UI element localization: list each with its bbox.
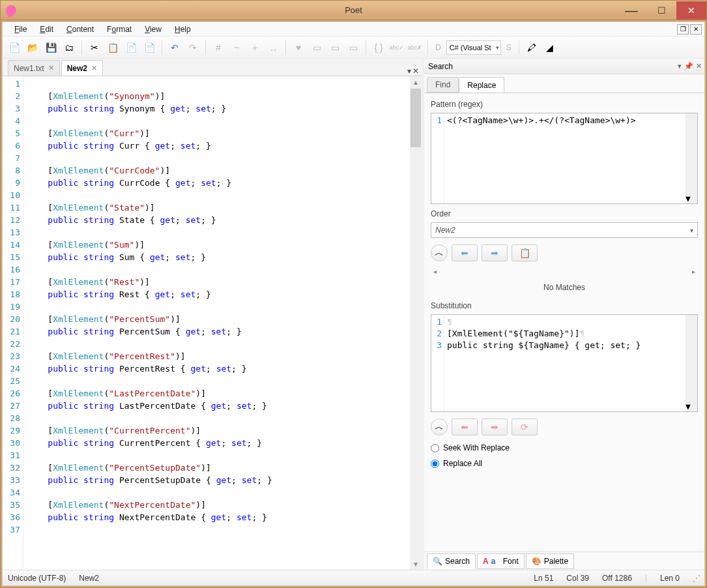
open-file-icon[interactable]: 📂 <box>25 40 40 55</box>
search-panel: Search ▾ 📌 ✕ Find Replace Pattern (regex… <box>424 59 704 570</box>
minimize-button[interactable]: — <box>616 1 646 20</box>
editor-pane: New1.txt✕ New2✕ ▾ ✕ 12345678910111213141… <box>3 59 424 570</box>
tab-find[interactable]: Find <box>427 77 459 93</box>
save-icon[interactable]: 💾 <box>43 40 59 55</box>
panel-close-icon[interactable]: ✕ <box>696 62 702 70</box>
pattern-input[interactable]: 1 <(?<TagName>\w+)>.+</(?<TagName>\w+)> … <box>431 113 698 204</box>
status-len: Len 0 <box>660 574 680 583</box>
list-matches-button[interactable]: 📋 <box>512 244 538 261</box>
panel-menu-icon[interactable]: ▾ <box>678 62 682 70</box>
lang2-icon[interactable]: ▭ <box>327 40 343 55</box>
undo-icon[interactable]: ↶ <box>167 40 182 55</box>
palette-icon: 🎨 <box>532 557 541 566</box>
code-content[interactable]: [XmlElement("Synonym")] public string Sy… <box>23 76 410 570</box>
scroll-left-icon[interactable]: ◂ <box>433 268 437 275</box>
app-icon <box>4 3 18 18</box>
substitution-label: Substitution <box>431 301 698 310</box>
font-icon: A <box>483 557 489 566</box>
menu-file[interactable]: File <box>9 23 32 35</box>
cut-icon[interactable]: ✂ <box>87 40 102 55</box>
vertical-scrollbar[interactable]: ▲ ▼ <box>410 76 422 570</box>
close-tab-icon[interactable]: ✕ <box>48 64 54 72</box>
braces-icon[interactable]: { } <box>371 40 386 55</box>
paste-icon[interactable]: 📄 <box>123 40 139 55</box>
scroll-thumb[interactable] <box>411 89 421 147</box>
copy-icon[interactable]: 📋 <box>105 40 121 55</box>
collapse-up-button[interactable]: ︿ <box>431 244 448 261</box>
status-encoding: Unicode (UTF-8) <box>8 574 66 583</box>
window-title: Poet <box>345 5 362 15</box>
binoculars-icon: 🔍 <box>433 557 442 566</box>
dialect-prefix: D <box>433 43 444 52</box>
menu-view[interactable]: View <box>139 23 167 35</box>
bottom-tab-search[interactable]: 🔍Search <box>427 553 476 569</box>
window: Poet — ☐ ✕ File Edit Content Format View… <box>0 0 707 588</box>
scroll-up-icon[interactable]: ▲ <box>410 76 422 88</box>
replace-prev-button[interactable]: ⬅ <box>452 419 478 435</box>
maximize-button[interactable]: ☐ <box>646 1 676 20</box>
restore-icon[interactable]: ❐ <box>677 24 689 35</box>
abc-check-icon[interactable]: abc✓ <box>389 40 405 55</box>
bottom-tab-font[interactable]: Aa Font <box>477 553 525 569</box>
close-button[interactable]: ✕ <box>676 1 706 20</box>
menu-help[interactable]: Help <box>169 23 196 35</box>
scroll-right-icon[interactable]: ▸ <box>692 268 695 275</box>
search-panel-title: Search ▾ 📌 ✕ <box>424 59 704 74</box>
tab-new1[interactable]: New1.txt✕ <box>8 60 60 76</box>
status-file: New2 <box>79 574 99 583</box>
close-inner-icon[interactable]: ✕ <box>690 24 702 35</box>
document-tabs: New1.txt✕ New2✕ ▾ ✕ <box>3 59 422 76</box>
statusbar: Unicode (UTF-8) New2 Ln 51 Col 39 Off 12… <box>3 570 704 585</box>
heart-icon[interactable]: ♥ <box>291 40 306 55</box>
order-label: Order <box>431 209 698 218</box>
paste-special-icon[interactable]: 📄 <box>141 40 157 55</box>
tabs-close-icon[interactable]: ✕ <box>412 66 419 76</box>
save-all-icon[interactable]: 🗂 <box>61 40 77 55</box>
bottom-tabs: 🔍Search Aa Font 🎨Palette <box>424 551 704 570</box>
tabs-dropdown-icon[interactable]: ▾ <box>407 66 411 76</box>
line-gutter: 1234567891011121314151617181920212223242… <box>3 76 23 570</box>
highlight-icon[interactable]: 🖍 <box>524 40 540 55</box>
next-match-button[interactable]: ➡ <box>482 244 508 261</box>
collapse-up2-button[interactable]: ︿ <box>431 419 448 435</box>
resize-grip-icon[interactable]: ⋰ <box>693 574 699 583</box>
tilde-icon[interactable]: ~ <box>229 40 244 55</box>
style-prefix: S <box>504 43 514 52</box>
status-col: Col 39 <box>566 574 589 583</box>
menu-content[interactable]: Content <box>61 23 99 35</box>
substitution-input[interactable]: 123 ¶ [XmlElement("${TagName}")]¶ public… <box>431 314 698 412</box>
panel-pin-icon[interactable]: 📌 <box>684 62 693 70</box>
no-matches-label: No Matches <box>431 279 698 296</box>
lang3-icon[interactable]: ▭ <box>345 40 361 55</box>
status-off: Off 1286 <box>602 574 632 583</box>
order-combo[interactable]: New2 <box>431 222 698 238</box>
bottom-tab-palette[interactable]: 🎨Palette <box>526 553 574 569</box>
tab-replace[interactable]: Replace <box>459 77 504 93</box>
scroll-down-icon[interactable]: ▼ <box>410 558 422 570</box>
prev-match-button[interactable]: ⬅ <box>452 244 478 261</box>
abc-x-icon[interactable]: abc✗ <box>407 40 423 55</box>
dotdot-icon[interactable]: ‥ <box>265 40 281 55</box>
menubar: File Edit Content Format View Help ❐ ✕ <box>3 22 704 37</box>
replace-next-button[interactable]: ➡ <box>482 419 508 435</box>
hash-icon[interactable]: # <box>210 40 226 55</box>
menu-edit[interactable]: Edit <box>35 23 59 35</box>
status-line: Ln 51 <box>534 574 553 583</box>
pattern-label: Pattern (regex) <box>431 100 698 109</box>
toolbar: 📄 📂 💾 🗂 ✂ 📋 📄 📄 ↶ ↷ # ~ + ‥ ♥ ▭ ▭ ▭ { } … <box>3 37 704 59</box>
close-tab-icon[interactable]: ✕ <box>91 64 97 72</box>
code-editor[interactable]: 1234567891011121314151617181920212223242… <box>3 76 422 570</box>
erase-icon[interactable]: ◢ <box>542 40 558 55</box>
plus-icon[interactable]: + <box>247 40 263 55</box>
replace-refresh-button[interactable]: ⟳ <box>512 419 538 435</box>
redo-icon[interactable]: ↷ <box>185 40 201 55</box>
seek-with-replace-radio[interactable]: Seek With Replace <box>431 442 698 454</box>
new-file-icon[interactable]: 📄 <box>7 40 22 55</box>
titlebar[interactable]: Poet — ☐ ✕ <box>1 1 706 20</box>
lang1-icon[interactable]: ▭ <box>309 40 325 55</box>
language-combo[interactable]: C# (Visual St <box>446 40 501 55</box>
tab-new2[interactable]: New2✕ <box>61 60 103 76</box>
menu-format[interactable]: Format <box>102 23 137 35</box>
replace-all-radio[interactable]: Replace All <box>431 458 698 469</box>
